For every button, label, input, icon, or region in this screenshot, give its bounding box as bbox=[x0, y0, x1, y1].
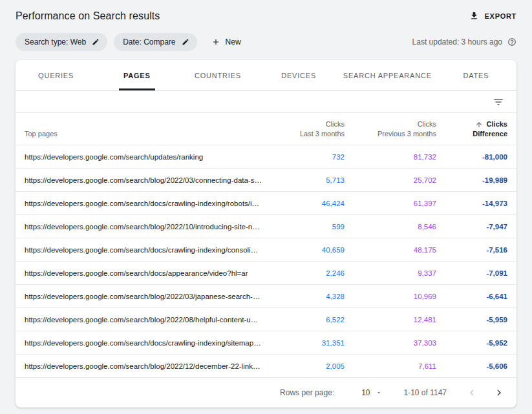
table-row[interactable]: https://developers.google.com/search/doc… bbox=[16, 192, 516, 215]
page-url[interactable]: https://developers.google.com/search/blo… bbox=[16, 308, 271, 331]
page-url[interactable]: https://developers.google.com/search/doc… bbox=[16, 262, 271, 285]
clicks-previous-3-months-value: 25,702 bbox=[354, 169, 445, 192]
clicks-difference-value: -19,989 bbox=[445, 169, 516, 192]
sort-ascending-icon bbox=[475, 121, 483, 129]
clicks-difference-value: -6,641 bbox=[445, 285, 516, 308]
clicks-difference-value: -14,973 bbox=[445, 192, 516, 215]
tab[interactable]: DEVICES bbox=[259, 60, 339, 90]
filter-chip-label: Search type: Web bbox=[25, 37, 86, 47]
table-row[interactable]: https://developers.google.com/search/upd… bbox=[16, 145, 516, 169]
clicks-difference-value: -5,606 bbox=[445, 355, 516, 378]
clicks-difference-value: -5,959 bbox=[445, 308, 516, 331]
table-row[interactable]: https://developers.google.com/search/doc… bbox=[16, 262, 516, 285]
column-header-clicks-last[interactable]: Clicks Last 3 months bbox=[271, 113, 354, 145]
clicks-last-3-months-value: 2,246 bbox=[271, 262, 354, 285]
rows-per-page-value: 10 bbox=[361, 388, 370, 397]
table-row[interactable]: https://developers.google.com/search/blo… bbox=[16, 169, 516, 192]
column-header-clicks-difference[interactable]: Clicks Difference bbox=[445, 113, 516, 145]
page-url[interactable]: https://developers.google.com/search/blo… bbox=[16, 285, 271, 308]
chevron-left-icon bbox=[466, 387, 478, 398]
previous-page-button bbox=[465, 386, 479, 400]
page-title: Performance on Search results bbox=[16, 10, 160, 22]
table-body: https://developers.google.com/search/upd… bbox=[16, 145, 516, 378]
new-filter-button[interactable]: New bbox=[207, 35, 245, 49]
report-card: QUERIES PAGES COUNTRIES DEVICES SEARCH A… bbox=[16, 60, 516, 408]
chevron-right-icon bbox=[493, 387, 505, 398]
tab-bar: QUERIES PAGES COUNTRIES DEVICES SEARCH A… bbox=[16, 60, 516, 91]
clicks-previous-3-months-value: 8,546 bbox=[354, 215, 445, 238]
clicks-last-3-months-value: 2,005 bbox=[271, 355, 354, 378]
next-page-button[interactable] bbox=[492, 386, 506, 400]
table-row[interactable]: https://developers.google.com/search/blo… bbox=[16, 285, 516, 308]
table-header-row: Top pages Clicks Last 3 months Clicks Pr… bbox=[16, 113, 516, 145]
last-updated-text: Last updated: 3 hours ago bbox=[412, 37, 502, 47]
page-header: Performance on Search results EXPORT bbox=[0, 0, 532, 28]
clicks-difference-value: -81,000 bbox=[445, 145, 516, 169]
column-header-top-pages[interactable]: Top pages bbox=[16, 113, 271, 145]
table-row[interactable]: https://developers.google.com/search/doc… bbox=[16, 238, 516, 262]
rows-per-page-label: Rows per page: bbox=[280, 388, 334, 397]
tab-label: COUNTRIES bbox=[195, 72, 241, 79]
clicks-previous-3-months-value: 12,481 bbox=[354, 308, 445, 331]
table-toolbar bbox=[16, 91, 516, 113]
tab-label: SEARCH APPEARANCE bbox=[343, 72, 432, 79]
edit-pencil-icon bbox=[182, 38, 189, 46]
tab-label: QUERIES bbox=[38, 72, 74, 79]
clicks-last-3-months-value: 31,351 bbox=[271, 331, 354, 355]
clicks-last-3-months-value: 40,659 bbox=[271, 238, 354, 262]
pages-table: Top pages Clicks Last 3 months Clicks Pr… bbox=[16, 113, 516, 378]
tab[interactable]: PAGES bbox=[96, 60, 177, 90]
clicks-last-3-months-value: 732 bbox=[271, 145, 354, 169]
pager bbox=[465, 386, 506, 400]
tab-label: PAGES bbox=[123, 72, 151, 79]
filter-chip-label: Date: Compare bbox=[123, 37, 175, 47]
help-icon[interactable] bbox=[507, 37, 516, 47]
clicks-last-3-months-value: 46,424 bbox=[271, 192, 354, 215]
page-url[interactable]: https://developers.google.com/search/blo… bbox=[16, 355, 271, 378]
tab[interactable]: DATES bbox=[436, 60, 516, 90]
export-button[interactable]: EXPORT bbox=[469, 8, 516, 23]
clicks-difference-value: -7,947 bbox=[445, 215, 516, 238]
clicks-previous-3-months-value: 48,175 bbox=[354, 238, 445, 262]
filter-chips: Search type: Web Date: Compare bbox=[16, 33, 197, 51]
page-url[interactable]: https://developers.google.com/search/blo… bbox=[16, 169, 271, 192]
dropdown-arrow-icon bbox=[376, 389, 382, 396]
clicks-previous-3-months-value: 81,732 bbox=[354, 145, 445, 169]
column-header-clicks-previous[interactable]: Clicks Previous 3 months bbox=[354, 113, 445, 145]
new-filter-label: New bbox=[226, 37, 241, 47]
filter-chip[interactable]: Date: Compare bbox=[114, 33, 197, 51]
page-url[interactable]: https://developers.google.com/search/blo… bbox=[16, 215, 271, 238]
filter-chip[interactable]: Search type: Web bbox=[16, 33, 107, 51]
table-row[interactable]: https://developers.google.com/search/doc… bbox=[16, 331, 516, 355]
page-url[interactable]: https://developers.google.com/search/upd… bbox=[16, 145, 271, 169]
clicks-last-3-months-value: 599 bbox=[271, 215, 354, 238]
edit-pencil-icon bbox=[92, 38, 100, 46]
filter-list-icon[interactable] bbox=[491, 95, 505, 109]
page-url[interactable]: https://developers.google.com/search/doc… bbox=[16, 238, 271, 262]
clicks-last-3-months-value: 4,328 bbox=[271, 285, 354, 308]
clicks-difference-value: -7,091 bbox=[445, 262, 516, 285]
clicks-previous-3-months-value: 10,969 bbox=[354, 285, 445, 308]
pagination-range: 1-10 of 1147 bbox=[404, 388, 447, 397]
export-label: EXPORT bbox=[485, 12, 516, 20]
rows-per-page-select[interactable]: 10 bbox=[361, 388, 381, 397]
tab[interactable]: SEARCH APPEARANCE bbox=[339, 60, 436, 90]
table-row[interactable]: https://developers.google.com/search/blo… bbox=[16, 355, 516, 378]
clicks-previous-3-months-value: 7,611 bbox=[354, 355, 445, 378]
tab-label: DATES bbox=[463, 72, 489, 79]
tab[interactable]: QUERIES bbox=[16, 60, 96, 90]
clicks-previous-3-months-value: 37,303 bbox=[354, 331, 445, 355]
clicks-last-3-months-value: 6,522 bbox=[271, 308, 354, 331]
table-row[interactable]: https://developers.google.com/search/blo… bbox=[16, 308, 516, 331]
clicks-difference-value: -7,516 bbox=[445, 238, 516, 262]
plus-icon bbox=[211, 37, 220, 47]
page-url[interactable]: https://developers.google.com/search/doc… bbox=[16, 331, 271, 355]
clicks-last-3-months-value: 5,713 bbox=[271, 169, 354, 192]
filter-bar: Search type: Web Date: Compare New Last … bbox=[0, 28, 532, 60]
page-url[interactable]: https://developers.google.com/search/doc… bbox=[16, 192, 271, 215]
last-updated: Last updated: 3 hours ago bbox=[412, 37, 516, 47]
download-icon bbox=[469, 11, 479, 21]
table-row[interactable]: https://developers.google.com/search/blo… bbox=[16, 215, 516, 238]
tab[interactable]: COUNTRIES bbox=[177, 60, 258, 90]
clicks-difference-value: -5,952 bbox=[445, 331, 516, 355]
